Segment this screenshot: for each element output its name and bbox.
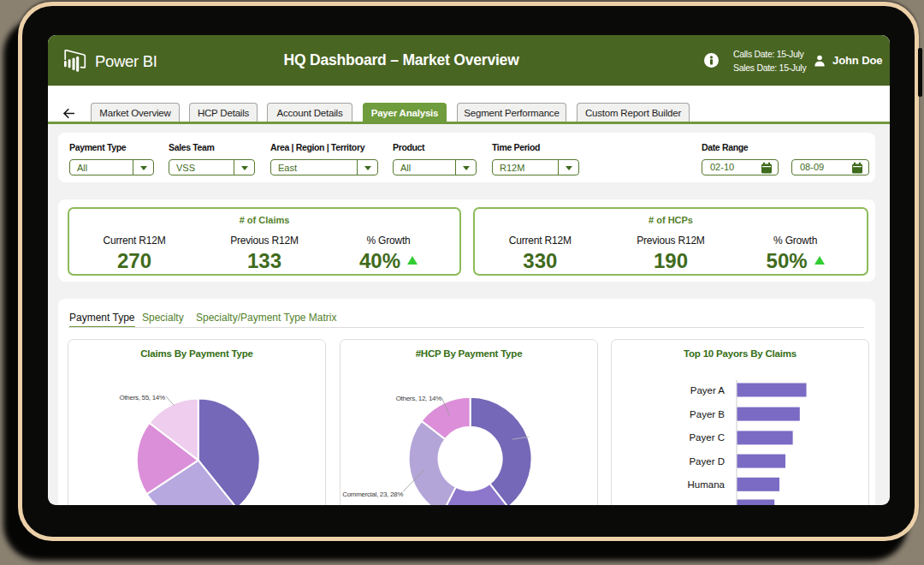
svg-text:Payer D: Payer D bbox=[689, 456, 725, 467]
svg-text:Payer C: Payer C bbox=[689, 432, 725, 443]
svg-text:Humana: Humana bbox=[688, 479, 726, 490]
svg-text:Others, 12, 14%: Others, 12, 14% bbox=[396, 395, 441, 402]
svg-text:Payer B: Payer B bbox=[690, 409, 725, 419]
svg-text:Payer A: Payer A bbox=[690, 385, 726, 396]
svg-text:Commercial, 23, 28%: Commercial, 23, 28% bbox=[342, 491, 403, 498]
svg-text:Others, 55, 14%: Others, 55, 14% bbox=[119, 394, 164, 401]
